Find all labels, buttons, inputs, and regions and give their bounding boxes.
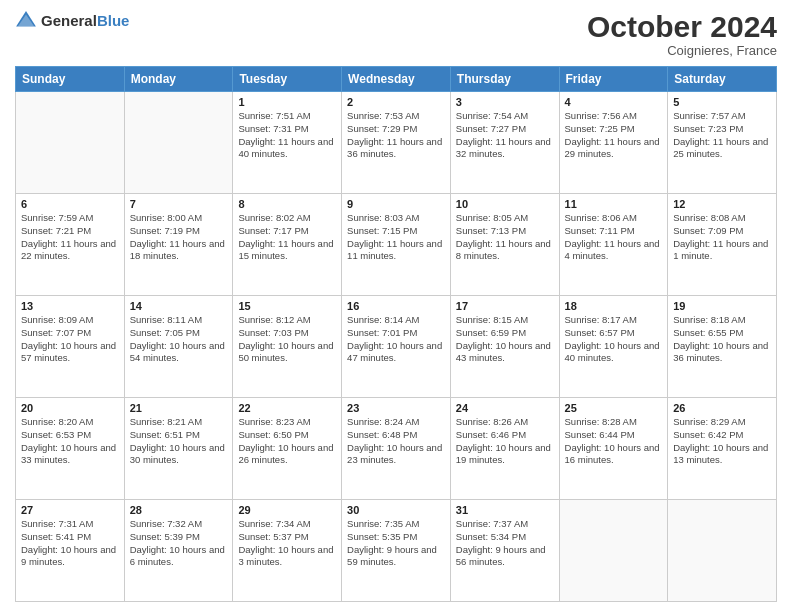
calendar-cell: 6Sunrise: 7:59 AM Sunset: 7:21 PM Daylig…: [16, 194, 125, 296]
col-sunday: Sunday: [16, 67, 125, 92]
calendar-cell: [559, 500, 668, 602]
day-detail: Sunrise: 7:54 AM Sunset: 7:27 PM Dayligh…: [456, 110, 554, 161]
col-monday: Monday: [124, 67, 233, 92]
calendar-cell: [124, 92, 233, 194]
col-friday: Friday: [559, 67, 668, 92]
header: GeneralBlue October 2024 Coignieres, Fra…: [15, 10, 777, 58]
day-detail: Sunrise: 7:53 AM Sunset: 7:29 PM Dayligh…: [347, 110, 445, 161]
day-detail: Sunrise: 7:37 AM Sunset: 5:34 PM Dayligh…: [456, 518, 554, 569]
day-number: 5: [673, 96, 771, 108]
day-number: 20: [21, 402, 119, 414]
calendar-cell: 17Sunrise: 8:15 AM Sunset: 6:59 PM Dayli…: [450, 296, 559, 398]
month-title: October 2024: [587, 10, 777, 43]
day-detail: Sunrise: 7:34 AM Sunset: 5:37 PM Dayligh…: [238, 518, 336, 569]
day-number: 13: [21, 300, 119, 312]
day-number: 19: [673, 300, 771, 312]
calendar-cell: 7Sunrise: 8:00 AM Sunset: 7:19 PM Daylig…: [124, 194, 233, 296]
day-number: 21: [130, 402, 228, 414]
calendar-week-0: 1Sunrise: 7:51 AM Sunset: 7:31 PM Daylig…: [16, 92, 777, 194]
calendar-cell: 20Sunrise: 8:20 AM Sunset: 6:53 PM Dayli…: [16, 398, 125, 500]
day-detail: Sunrise: 8:23 AM Sunset: 6:50 PM Dayligh…: [238, 416, 336, 467]
day-number: 30: [347, 504, 445, 516]
calendar-body: 1Sunrise: 7:51 AM Sunset: 7:31 PM Daylig…: [16, 92, 777, 602]
calendar-cell: 31Sunrise: 7:37 AM Sunset: 5:34 PM Dayli…: [450, 500, 559, 602]
day-number: 7: [130, 198, 228, 210]
calendar-cell: 23Sunrise: 8:24 AM Sunset: 6:48 PM Dayli…: [342, 398, 451, 500]
calendar-cell: 9Sunrise: 8:03 AM Sunset: 7:15 PM Daylig…: [342, 194, 451, 296]
day-detail: Sunrise: 8:02 AM Sunset: 7:17 PM Dayligh…: [238, 212, 336, 263]
day-number: 17: [456, 300, 554, 312]
day-detail: Sunrise: 7:35 AM Sunset: 5:35 PM Dayligh…: [347, 518, 445, 569]
day-detail: Sunrise: 8:08 AM Sunset: 7:09 PM Dayligh…: [673, 212, 771, 263]
location-subtitle: Coignieres, France: [587, 43, 777, 58]
calendar-table: Sunday Monday Tuesday Wednesday Thursday…: [15, 66, 777, 602]
logo: GeneralBlue: [15, 10, 129, 32]
calendar-cell: 27Sunrise: 7:31 AM Sunset: 5:41 PM Dayli…: [16, 500, 125, 602]
calendar-cell: 16Sunrise: 8:14 AM Sunset: 7:01 PM Dayli…: [342, 296, 451, 398]
calendar-week-1: 6Sunrise: 7:59 AM Sunset: 7:21 PM Daylig…: [16, 194, 777, 296]
col-wednesday: Wednesday: [342, 67, 451, 92]
day-detail: Sunrise: 8:05 AM Sunset: 7:13 PM Dayligh…: [456, 212, 554, 263]
calendar-cell: 3Sunrise: 7:54 AM Sunset: 7:27 PM Daylig…: [450, 92, 559, 194]
day-detail: Sunrise: 8:11 AM Sunset: 7:05 PM Dayligh…: [130, 314, 228, 365]
day-number: 3: [456, 96, 554, 108]
calendar-cell: [16, 92, 125, 194]
day-number: 28: [130, 504, 228, 516]
calendar-week-4: 27Sunrise: 7:31 AM Sunset: 5:41 PM Dayli…: [16, 500, 777, 602]
calendar-cell: 14Sunrise: 8:11 AM Sunset: 7:05 PM Dayli…: [124, 296, 233, 398]
calendar-cell: 13Sunrise: 8:09 AM Sunset: 7:07 PM Dayli…: [16, 296, 125, 398]
calendar-week-3: 20Sunrise: 8:20 AM Sunset: 6:53 PM Dayli…: [16, 398, 777, 500]
calendar-week-2: 13Sunrise: 8:09 AM Sunset: 7:07 PM Dayli…: [16, 296, 777, 398]
day-number: 31: [456, 504, 554, 516]
calendar-cell: 4Sunrise: 7:56 AM Sunset: 7:25 PM Daylig…: [559, 92, 668, 194]
day-number: 9: [347, 198, 445, 210]
day-number: 29: [238, 504, 336, 516]
day-number: 6: [21, 198, 119, 210]
logo-icon: [15, 10, 37, 32]
day-detail: Sunrise: 8:17 AM Sunset: 6:57 PM Dayligh…: [565, 314, 663, 365]
calendar-cell: 11Sunrise: 8:06 AM Sunset: 7:11 PM Dayli…: [559, 194, 668, 296]
day-number: 22: [238, 402, 336, 414]
day-detail: Sunrise: 8:18 AM Sunset: 6:55 PM Dayligh…: [673, 314, 771, 365]
calendar-header-row: Sunday Monday Tuesday Wednesday Thursday…: [16, 67, 777, 92]
page: GeneralBlue October 2024 Coignieres, Fra…: [0, 0, 792, 612]
day-number: 18: [565, 300, 663, 312]
day-number: 23: [347, 402, 445, 414]
calendar-cell: [668, 500, 777, 602]
col-saturday: Saturday: [668, 67, 777, 92]
day-number: 26: [673, 402, 771, 414]
day-detail: Sunrise: 8:03 AM Sunset: 7:15 PM Dayligh…: [347, 212, 445, 263]
calendar-cell: 28Sunrise: 7:32 AM Sunset: 5:39 PM Dayli…: [124, 500, 233, 602]
day-number: 25: [565, 402, 663, 414]
logo-general: General: [41, 12, 97, 29]
day-detail: Sunrise: 8:29 AM Sunset: 6:42 PM Dayligh…: [673, 416, 771, 467]
day-detail: Sunrise: 7:32 AM Sunset: 5:39 PM Dayligh…: [130, 518, 228, 569]
day-number: 12: [673, 198, 771, 210]
calendar-cell: 25Sunrise: 8:28 AM Sunset: 6:44 PM Dayli…: [559, 398, 668, 500]
calendar-cell: 5Sunrise: 7:57 AM Sunset: 7:23 PM Daylig…: [668, 92, 777, 194]
calendar-cell: 30Sunrise: 7:35 AM Sunset: 5:35 PM Dayli…: [342, 500, 451, 602]
calendar-cell: 12Sunrise: 8:08 AM Sunset: 7:09 PM Dayli…: [668, 194, 777, 296]
day-detail: Sunrise: 8:09 AM Sunset: 7:07 PM Dayligh…: [21, 314, 119, 365]
day-detail: Sunrise: 7:59 AM Sunset: 7:21 PM Dayligh…: [21, 212, 119, 263]
day-number: 16: [347, 300, 445, 312]
logo-text: GeneralBlue: [41, 12, 129, 30]
calendar-cell: 8Sunrise: 8:02 AM Sunset: 7:17 PM Daylig…: [233, 194, 342, 296]
day-number: 14: [130, 300, 228, 312]
day-number: 1: [238, 96, 336, 108]
day-number: 8: [238, 198, 336, 210]
calendar-cell: 1Sunrise: 7:51 AM Sunset: 7:31 PM Daylig…: [233, 92, 342, 194]
title-block: October 2024 Coignieres, France: [587, 10, 777, 58]
day-number: 10: [456, 198, 554, 210]
col-tuesday: Tuesday: [233, 67, 342, 92]
day-detail: Sunrise: 7:57 AM Sunset: 7:23 PM Dayligh…: [673, 110, 771, 161]
day-detail: Sunrise: 8:24 AM Sunset: 6:48 PM Dayligh…: [347, 416, 445, 467]
calendar-cell: 22Sunrise: 8:23 AM Sunset: 6:50 PM Dayli…: [233, 398, 342, 500]
calendar-cell: 10Sunrise: 8:05 AM Sunset: 7:13 PM Dayli…: [450, 194, 559, 296]
col-thursday: Thursday: [450, 67, 559, 92]
calendar-cell: 19Sunrise: 8:18 AM Sunset: 6:55 PM Dayli…: [668, 296, 777, 398]
day-detail: Sunrise: 7:31 AM Sunset: 5:41 PM Dayligh…: [21, 518, 119, 569]
calendar-cell: 26Sunrise: 8:29 AM Sunset: 6:42 PM Dayli…: [668, 398, 777, 500]
logo-blue: Blue: [97, 12, 130, 29]
day-detail: Sunrise: 8:14 AM Sunset: 7:01 PM Dayligh…: [347, 314, 445, 365]
